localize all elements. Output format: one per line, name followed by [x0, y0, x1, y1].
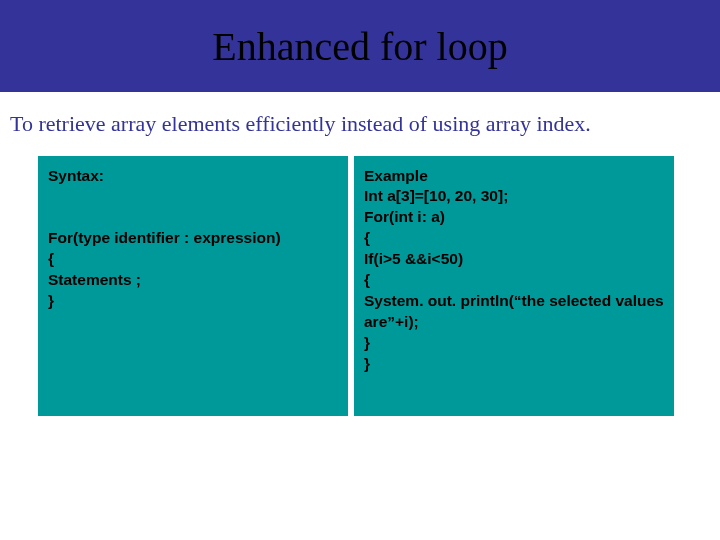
syntax-line: Statements ;: [48, 270, 340, 291]
example-line: System. out. println(“the selected value…: [364, 291, 666, 333]
content-panels: Syntax: For(type identifier : expression…: [0, 138, 720, 416]
example-heading: Example: [364, 166, 666, 187]
title-bar: Enhanced for loop: [0, 0, 720, 92]
blank-line: [48, 186, 340, 207]
example-line: }: [364, 354, 666, 375]
syntax-line: For(type identifier : expression): [48, 228, 340, 249]
example-line: If(i>5 &&i<50): [364, 249, 666, 270]
syntax-line: }: [48, 291, 340, 312]
example-line: {: [364, 228, 666, 249]
intro-text: To retrieve array elements efficiently i…: [0, 92, 720, 138]
blank-line: [48, 207, 340, 228]
syntax-line: {: [48, 249, 340, 270]
example-line: Int a[3]=[10, 20, 30];: [364, 186, 666, 207]
syntax-panel: Syntax: For(type identifier : expression…: [38, 156, 348, 416]
slide-title: Enhanced for loop: [212, 23, 507, 70]
example-panel: Example Int a[3]=[10, 20, 30]; For(int i…: [354, 156, 674, 416]
syntax-heading: Syntax:: [48, 166, 340, 187]
example-line: For(int i: a): [364, 207, 666, 228]
example-line: {: [364, 270, 666, 291]
example-line: }: [364, 333, 666, 354]
